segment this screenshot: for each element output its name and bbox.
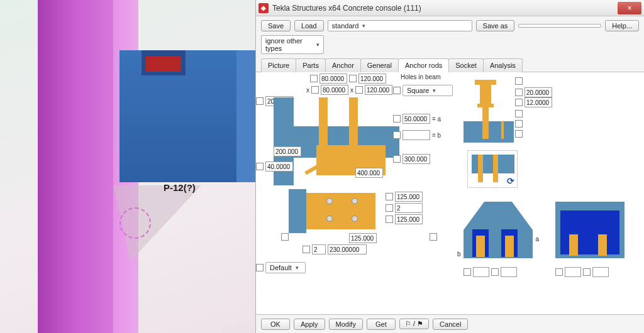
model-viewport[interactable]: P-12(?) [0, 0, 255, 333]
filter-mode-select[interactable]: ignore other types [261, 35, 324, 54]
chk-top-a2[interactable] [311, 86, 319, 94]
dim-a: a [535, 236, 539, 243]
chk-plan-a[interactable] [281, 233, 289, 241]
chk-b[interactable] [393, 131, 401, 139]
in-m125b[interactable]: 125.000 [395, 214, 423, 224]
in-400[interactable]: 400.000 [355, 168, 383, 178]
dim-b: b [457, 251, 461, 258]
tab-picture[interactable]: Picture [261, 58, 296, 72]
beam-solid [119, 50, 255, 182]
column-solid [38, 0, 113, 333]
chk-40[interactable] [256, 163, 264, 170]
tab-parts[interactable]: Parts [296, 58, 326, 72]
in-b230[interactable]: 230.00000 [328, 244, 367, 254]
window-title: Tekla Structures x64 Concrete console (1… [272, 4, 618, 13]
in-300[interactable]: 300.000 [402, 154, 430, 164]
tab-socket[interactable]: Socket [448, 58, 484, 72]
in-b125[interactable]: 125.000 [349, 233, 377, 243]
chk-sb2[interactable] [583, 268, 591, 276]
diagram-anchor-head [464, 74, 514, 143]
preset-select[interactable]: standard [328, 20, 472, 31]
part-label: P-12(?) [164, 182, 196, 193]
in-m125a[interactable]: 125.000 [395, 192, 423, 202]
chk-r3[interactable] [515, 99, 523, 106]
title-bar[interactable]: ◆ Tekla Structures x64 Concrete console … [256, 0, 644, 16]
chk-r6[interactable] [515, 130, 523, 138]
tab-anchor-rods[interactable]: Anchor rods [398, 58, 449, 72]
chk-holes[interactable] [393, 87, 401, 94]
tab-content: 80.0000 120.000 x 80.0000 x 120.000 Hole… [256, 72, 644, 314]
in-sb1[interactable] [565, 267, 581, 277]
chk-r4[interactable] [515, 110, 523, 117]
chk-left-w[interactable] [256, 97, 264, 105]
in-b-empty[interactable] [402, 130, 430, 140]
chk-sb1[interactable] [555, 268, 563, 276]
in-top-a2[interactable]: 80.0000 [321, 85, 348, 95]
chk-mid-extra[interactable] [430, 233, 437, 241]
in-40[interactable]: 40.0000 [265, 161, 293, 172]
toolbar: Save Load standard Save as Help... [256, 16, 644, 35]
flag-toggle[interactable]: ⚐ / ⚑ [399, 319, 429, 329]
chk-default[interactable] [256, 264, 264, 271]
load-button[interactable]: Load [294, 20, 323, 31]
dialog-footer: OK Apply Modify Get ⚐ / ⚑ Cancel [256, 314, 644, 333]
chk-r5[interactable] [515, 120, 523, 128]
in-r12[interactable]: 12.0000 [525, 97, 552, 107]
save-button[interactable]: Save [261, 20, 291, 31]
chk-top-b2[interactable] [355, 86, 363, 94]
tab-analysis[interactable]: Analysis [483, 58, 523, 72]
chk-top-a[interactable] [310, 75, 318, 82]
holes-label: Holes in beam [401, 74, 441, 80]
beam-pocket-fill [146, 57, 181, 72]
in-sa2[interactable] [501, 267, 517, 277]
in-m2[interactable]: 2 [395, 203, 423, 213]
holes-mode-select[interactable]: Square [402, 85, 453, 96]
save-as-button[interactable]: Save as [476, 20, 515, 31]
in-50[interactable]: 50.0000 [402, 114, 430, 124]
cancel-button[interactable]: Cancel [433, 319, 468, 330]
in-top-a[interactable]: 80.0000 [319, 74, 347, 84]
chk-b2[interactable] [303, 246, 310, 253]
chk-sa2[interactable] [491, 268, 499, 276]
in-top-b2[interactable]: 120.000 [365, 85, 392, 95]
app-icon: ◆ [258, 3, 269, 13]
tab-anchor[interactable]: Anchor [325, 58, 361, 72]
chk-m125b[interactable] [386, 216, 393, 223]
save-as-input[interactable] [518, 24, 601, 28]
chk-50[interactable] [393, 115, 401, 123]
chk-r1[interactable] [515, 77, 523, 85]
in-sa1[interactable] [473, 267, 489, 277]
close-button[interactable]: × [618, 2, 641, 14]
diagram-plan-refresh: ⟳ [467, 150, 518, 188]
refresh-icon[interactable]: ⟳ [507, 176, 514, 186]
chk-m2[interactable] [386, 204, 393, 212]
diagram-plan [289, 189, 383, 233]
default-select[interactable]: Default [265, 262, 306, 273]
tab-general[interactable]: General [360, 58, 399, 72]
diagram-section-b [555, 202, 625, 265]
chk-300[interactable] [393, 155, 401, 163]
chk-sa1[interactable] [464, 268, 471, 276]
modify-button[interactable]: Modify [329, 319, 363, 330]
in-top-b[interactable]: 120.000 [358, 74, 386, 84]
tab-bar: Picture Parts Anchor General Anchor rods… [256, 58, 644, 72]
in-r20[interactable]: 20.0000 [525, 87, 552, 97]
in-sb2[interactable] [592, 267, 609, 277]
in-200[interactable]: 200.000 [274, 146, 301, 156]
in-b2[interactable]: 2 [312, 244, 326, 254]
chk-r2[interactable] [515, 89, 523, 96]
help-button[interactable]: Help... [605, 20, 639, 31]
selection-circle [119, 207, 151, 239]
diagram-section-a: a b [464, 202, 533, 265]
chk-m125a[interactable] [386, 193, 393, 200]
connection-dialog: ◆ Tekla Structures x64 Concrete console … [255, 0, 644, 333]
ok-button[interactable]: OK [261, 319, 290, 330]
get-button[interactable]: Get [367, 319, 396, 330]
chk-top-b[interactable] [349, 75, 357, 82]
apply-button[interactable]: Apply [294, 319, 325, 330]
